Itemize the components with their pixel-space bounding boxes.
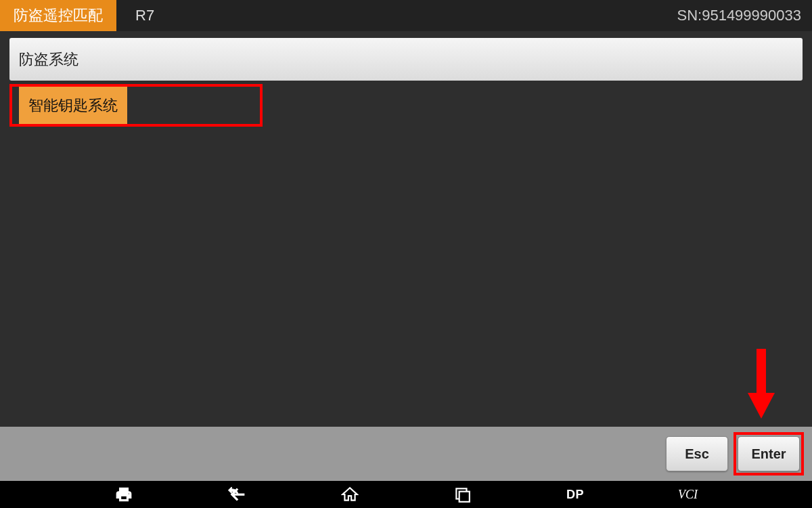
menu-item-label: 智能钥匙系统 [28, 96, 118, 116]
serial-number: SN:951499990033 [677, 7, 813, 24]
svg-marker-1 [748, 393, 775, 419]
nav-dp-button[interactable]: DP [555, 481, 595, 508]
enter-button[interactable]: Enter [738, 436, 800, 471]
nav-back-icon[interactable] [217, 481, 257, 508]
menu-list: 防盗系统 智能钥匙系统 [0, 31, 812, 137]
footer-toolbar: Esc Enter [0, 427, 812, 481]
esc-button[interactable]: Esc [666, 436, 728, 471]
nav-home-icon[interactable] [330, 481, 370, 508]
svg-rect-3 [459, 492, 470, 502]
menu-item-anti-theft-system[interactable]: 防盗系统 [9, 38, 803, 81]
system-nav-bar: DP VCI [0, 481, 812, 508]
header-bar: 防盗遥控匹配 R7 SN:951499990033 [0, 0, 812, 31]
nav-vci-button[interactable]: VCI [668, 481, 708, 508]
menu-item-label: 防盗系统 [19, 49, 78, 70]
nav-print-icon[interactable] [104, 481, 144, 508]
page-title: 防盗遥控匹配 [0, 0, 116, 31]
menu-item-smart-key-system[interactable]: 智能钥匙系统 [9, 84, 803, 127]
device-model: R7 [116, 7, 154, 24]
nav-recent-icon[interactable] [442, 481, 482, 508]
annotation-arrow-icon [744, 345, 778, 420]
